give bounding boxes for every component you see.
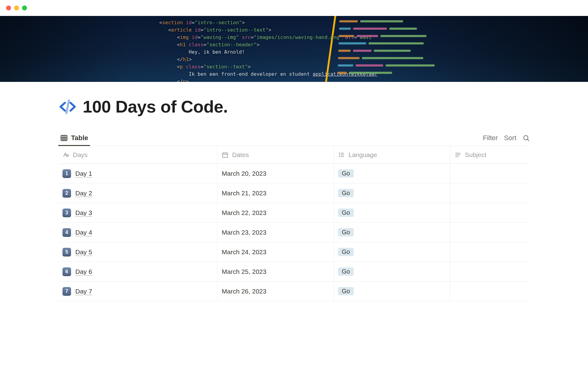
cell-subject[interactable]: [450, 242, 530, 262]
column-subject[interactable]: Subject: [450, 146, 530, 163]
window-titlebar: [0, 0, 588, 16]
cell-days[interactable]: 6 Day 6: [58, 262, 217, 281]
cell-date[interactable]: March 24, 2023: [217, 242, 334, 262]
table-header-row: Days Dates: [58, 146, 530, 164]
tab-label: Table: [71, 134, 88, 142]
row-title[interactable]: Day 1: [75, 170, 92, 177]
multiselect-icon: [338, 151, 345, 158]
column-label: Language: [349, 151, 377, 159]
table-row[interactable]: 1 Day 1 March 20, 2023 Go: [58, 164, 530, 183]
svg-line-6: [528, 139, 529, 141]
cell-language[interactable]: Go: [334, 262, 450, 281]
cell-language[interactable]: Go: [334, 282, 450, 301]
language-tag[interactable]: Go: [338, 228, 354, 236]
row-title[interactable]: Day 4: [75, 229, 92, 236]
page-title[interactable]: 100 Days of Code.: [83, 97, 228, 117]
keycap-icon: 7: [62, 287, 71, 296]
cell-language[interactable]: Go: [334, 242, 450, 262]
cell-language[interactable]: Go: [334, 203, 450, 222]
sort-button[interactable]: Sort: [504, 134, 516, 142]
cell-date[interactable]: March 26, 2023: [217, 282, 334, 301]
column-label: Dates: [232, 151, 249, 159]
table-row[interactable]: 3 Day 3 March 22, 2023 Go: [58, 203, 530, 223]
keycap-icon: 5: [62, 248, 71, 256]
svg-rect-0: [61, 135, 67, 140]
table-icon: [60, 134, 68, 142]
table-row[interactable]: 7 Day 7 March 26, 2023 Go: [58, 282, 530, 301]
row-title[interactable]: Day 6: [75, 268, 92, 275]
language-tag[interactable]: Go: [338, 267, 354, 276]
column-label: Subject: [465, 151, 486, 159]
cell-date[interactable]: March 25, 2023: [217, 262, 334, 281]
row-title[interactable]: Day 5: [75, 248, 92, 256]
cell-days[interactable]: 5 Day 5: [58, 242, 217, 262]
cell-date[interactable]: March 22, 2023: [217, 203, 334, 222]
page-cover[interactable]: <section id="intro--section"> <article i…: [0, 16, 588, 82]
table-row[interactable]: 6 Day 6 March 25, 2023 Go: [58, 262, 530, 282]
column-language[interactable]: Language: [334, 146, 450, 163]
column-label: Days: [73, 151, 88, 159]
cell-subject[interactable]: [450, 223, 530, 242]
table-row[interactable]: 5 Day 5 March 24, 2023 Go: [58, 242, 530, 262]
cell-subject[interactable]: [450, 164, 530, 183]
cell-days[interactable]: 4 Day 4: [58, 223, 217, 242]
row-title[interactable]: Day 7: [75, 288, 92, 295]
cover-blurred-code: [337, 18, 468, 80]
table-row[interactable]: 2 Day 2 March 21, 2023 Go: [58, 183, 530, 203]
column-days[interactable]: Days: [58, 146, 217, 163]
svg-point-16: [339, 156, 340, 157]
cell-days[interactable]: 1 Day 1: [58, 164, 217, 183]
page-icon-code[interactable]: [58, 97, 77, 116]
cell-subject[interactable]: [450, 282, 530, 301]
keycap-icon: 4: [62, 228, 71, 237]
column-dates[interactable]: Dates: [217, 146, 334, 163]
language-tag[interactable]: Go: [338, 189, 354, 197]
cell-language[interactable]: Go: [334, 164, 450, 183]
text-icon: [454, 151, 461, 158]
language-tag[interactable]: Go: [338, 169, 354, 178]
language-tag[interactable]: Go: [338, 248, 354, 256]
cell-subject[interactable]: [450, 203, 530, 222]
cell-subject[interactable]: [450, 183, 530, 203]
tab-table[interactable]: Table: [58, 130, 90, 146]
svg-point-12: [339, 153, 340, 153]
cell-subject[interactable]: [450, 262, 530, 281]
cell-language[interactable]: Go: [334, 223, 450, 242]
cell-date[interactable]: March 23, 2023: [217, 223, 334, 242]
cell-days[interactable]: 7 Day 7: [58, 282, 217, 301]
row-title[interactable]: Day 2: [75, 190, 92, 197]
title-property-icon: [62, 151, 69, 158]
calendar-icon: [222, 151, 228, 158]
svg-rect-8: [223, 153, 228, 157]
cell-date[interactable]: March 21, 2023: [217, 183, 334, 203]
keycap-icon: 1: [62, 169, 71, 178]
window-minimize-icon[interactable]: [14, 6, 19, 10]
keycap-icon: 3: [62, 209, 71, 217]
cell-date[interactable]: March 20, 2023: [217, 164, 334, 183]
language-tag[interactable]: Go: [338, 287, 354, 295]
window-zoom-icon[interactable]: [22, 6, 27, 10]
cell-days[interactable]: 3 Day 3: [58, 203, 217, 222]
keycap-icon: 2: [62, 189, 71, 197]
cell-language[interactable]: Go: [334, 183, 450, 203]
row-title[interactable]: Day 3: [75, 209, 92, 217]
language-tag[interactable]: Go: [338, 209, 354, 217]
search-icon[interactable]: [522, 134, 530, 142]
window-close-icon[interactable]: [6, 6, 11, 10]
cell-days[interactable]: 2 Day 2: [58, 183, 217, 203]
filter-button[interactable]: Filter: [483, 134, 498, 142]
database-table: Days Dates: [58, 146, 530, 301]
keycap-icon: 6: [62, 267, 71, 276]
table-row[interactable]: 4 Day 4 March 23, 2023 Go: [58, 223, 530, 242]
svg-point-14: [339, 155, 340, 155]
